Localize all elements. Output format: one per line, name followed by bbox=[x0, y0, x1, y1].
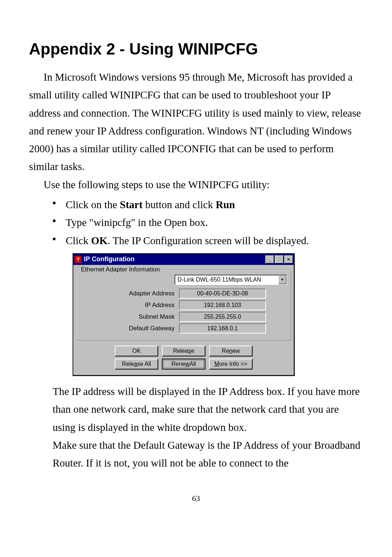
adapter-dropdown[interactable]: D-Link DWL-650 11Mbps WLAN ▼ bbox=[175, 275, 287, 285]
value-ip-address: 192.168.0.103 bbox=[179, 300, 266, 310]
groupbox-adapter-info: Ethernet Adapter Information D-Link DWL-… bbox=[76, 270, 291, 340]
renew-all-button[interactable]: Renew All bbox=[162, 359, 205, 370]
text: Click bbox=[66, 235, 91, 246]
list-item: Click on the Start button and click Run bbox=[53, 196, 363, 214]
label-ip-address: IP Address bbox=[80, 302, 179, 309]
text: Click on the bbox=[66, 199, 120, 210]
value-adapter-address: 00-40-05-DE-3D-08 bbox=[179, 288, 266, 299]
release-all-button[interactable]: Release All bbox=[115, 359, 158, 370]
list-item: Type "winipcfg" in the Open box. bbox=[53, 214, 363, 231]
release-button[interactable]: Release bbox=[162, 346, 205, 356]
label-subnet-mask: Subnet Mask bbox=[80, 313, 179, 320]
chevron-down-icon[interactable]: ▼ bbox=[278, 275, 286, 284]
titlebar: ? IP Configuration _ □ × bbox=[73, 254, 294, 265]
page-heading: Appendix 2 - Using WINIPCFG bbox=[29, 40, 363, 58]
steps-list: Click on the Start button and click Run … bbox=[53, 196, 363, 250]
groupbox-legend: Ethernet Adapter Information bbox=[79, 266, 161, 273]
close-button[interactable]: × bbox=[284, 255, 293, 263]
value-default-gateway: 192.168.0.1 bbox=[179, 323, 266, 334]
system-menu-icon[interactable]: ? bbox=[74, 256, 82, 263]
value-subnet-mask: 255.255.255.0 bbox=[179, 312, 266, 322]
bold-run: Run bbox=[216, 199, 235, 210]
paragraph-intro: In Microsoft Windows versions 95 through… bbox=[29, 68, 363, 176]
adapter-dropdown-value: D-Link DWL-650 11Mbps WLAN bbox=[177, 277, 261, 283]
label-default-gateway: Default Gateway bbox=[80, 325, 179, 332]
text: . The IP Configuration screen will be di… bbox=[107, 235, 309, 246]
maximize-button: □ bbox=[275, 255, 283, 263]
more-info-button[interactable]: More Info >> bbox=[209, 359, 253, 370]
bold-start: Start bbox=[120, 199, 143, 210]
renew-button[interactable]: Renew bbox=[209, 346, 253, 356]
window-title: IP Configuration bbox=[84, 255, 265, 263]
text: button and click bbox=[143, 199, 216, 210]
paragraph-after-1: The IP address will be displayed in the … bbox=[53, 383, 363, 436]
ok-button[interactable]: OK bbox=[115, 346, 158, 356]
label-adapter-address: Adapter Address bbox=[80, 290, 179, 297]
paragraph-after-2: Make sure that the Default Gateway is th… bbox=[53, 436, 363, 472]
paragraph-steps-lead: Use the following steps to use the WINIP… bbox=[29, 176, 363, 194]
screenshot-ipconfig: ? IP Configuration _ □ × Ethernet Adapte… bbox=[73, 253, 363, 376]
minimize-button[interactable]: _ bbox=[265, 255, 274, 263]
list-item: Click OK. The IP Configuration screen wi… bbox=[53, 232, 363, 250]
page-number: 63 bbox=[29, 494, 363, 503]
bold-ok: OK bbox=[91, 235, 107, 246]
window-ip-configuration: ? IP Configuration _ □ × Ethernet Adapte… bbox=[73, 253, 295, 376]
